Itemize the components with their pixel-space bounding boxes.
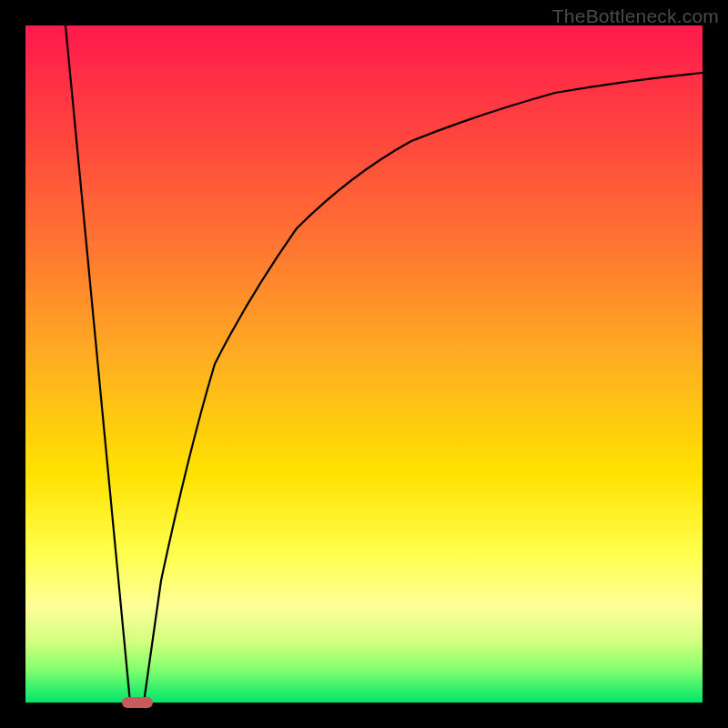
chart-container: TheBottleneck.com	[0, 0, 728, 728]
curve-left-segment	[66, 25, 130, 703]
curve-right-segment	[144, 73, 703, 703]
optimal-marker	[122, 697, 153, 708]
plot-area	[25, 25, 703, 703]
attribution-text: TheBottleneck.com	[552, 5, 719, 27]
bottleneck-curve	[25, 25, 703, 703]
